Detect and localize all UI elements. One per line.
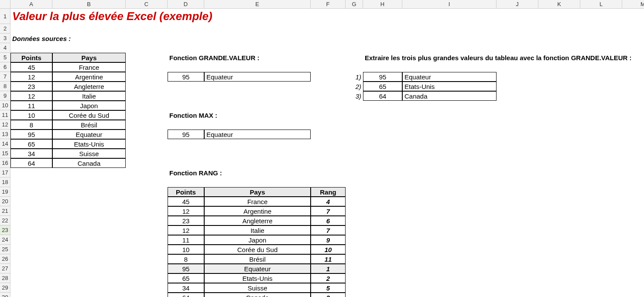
col-header-M[interactable]: M <box>622 0 644 9</box>
rang-header-rang[interactable]: Rang <box>311 187 346 197</box>
col-header-B[interactable]: B <box>52 0 126 9</box>
source-points[interactable]: 10 <box>10 110 52 120</box>
rang-pays[interactable]: Italie <box>204 225 311 235</box>
top3-number[interactable]: 2) <box>346 82 363 91</box>
col-header-C[interactable]: C <box>126 0 168 9</box>
max-name[interactable]: Equateur <box>204 130 311 139</box>
rang-pays[interactable]: Japon <box>204 235 311 245</box>
row-header-8[interactable]: 8 <box>0 82 10 91</box>
grande-label[interactable]: Fonction GRANDE.VALEUR : <box>168 53 346 62</box>
top3-label[interactable]: Extraire les trois plus grandes valeurs … <box>363 53 644 62</box>
rang-pays[interactable]: Angleterre <box>204 216 311 225</box>
row-header-15[interactable]: 15 <box>0 149 10 158</box>
source-points[interactable]: 12 <box>10 91 52 101</box>
source-points[interactable]: 64 <box>10 158 52 168</box>
rang-points[interactable]: 95 <box>168 264 204 273</box>
row-header-12[interactable]: 12 <box>0 120 10 130</box>
max-value[interactable]: 95 <box>168 130 204 139</box>
top3-name[interactable]: Equateur <box>402 72 497 82</box>
rang-rank[interactable]: 4 <box>311 197 346 206</box>
col-header-H[interactable]: H <box>363 0 402 9</box>
col-header-I[interactable]: I <box>402 0 497 9</box>
top3-value[interactable]: 65 <box>363 82 402 91</box>
row-header-16[interactable]: 16 <box>0 158 10 168</box>
rang-pays[interactable]: Corée du Sud <box>204 245 311 254</box>
source-points[interactable]: 12 <box>10 72 52 82</box>
row-header-24[interactable]: 24 <box>0 235 10 245</box>
source-pays[interactable]: Angleterre <box>52 82 126 91</box>
rang-points[interactable]: 12 <box>168 225 204 235</box>
col-header-K[interactable]: K <box>538 0 580 9</box>
source-pays[interactable]: Equateur <box>52 130 126 139</box>
source-header-pays[interactable]: Pays <box>52 53 126 62</box>
source-pays[interactable]: Brésil <box>52 120 126 130</box>
row-header-13[interactable]: 13 <box>0 130 10 139</box>
source-pays[interactable]: Corée du Sud <box>52 110 126 120</box>
rang-rank[interactable]: 10 <box>311 245 346 254</box>
row-header-21[interactable]: 21 <box>0 206 10 216</box>
rang-points[interactable]: 12 <box>168 206 204 216</box>
source-points[interactable]: 11 <box>10 101 52 110</box>
top3-value[interactable]: 64 <box>363 91 402 101</box>
rang-pays[interactable]: Equateur <box>204 264 311 273</box>
row-header-1[interactable]: 1 <box>0 9 10 24</box>
row-header-30[interactable]: 30 <box>0 293 10 297</box>
max-label[interactable]: Fonction MAX : <box>168 110 346 120</box>
source-points[interactable]: 65 <box>10 139 52 149</box>
row-header-29[interactable]: 29 <box>0 283 10 293</box>
rang-points[interactable]: 8 <box>168 254 204 264</box>
row-header-20[interactable]: 20 <box>0 197 10 206</box>
col-header-G[interactable]: G <box>346 0 363 9</box>
rang-points[interactable]: 65 <box>168 273 204 283</box>
rang-points[interactable]: 64 <box>168 293 204 297</box>
source-pays[interactable]: Italie <box>52 91 126 101</box>
row-header-27[interactable]: 27 <box>0 264 10 273</box>
rang-header-points[interactable]: Points <box>168 187 204 197</box>
source-points[interactable]: 34 <box>10 149 52 158</box>
select-all-corner[interactable] <box>0 0 10 9</box>
row-header-23[interactable]: 23 <box>0 225 10 235</box>
source-pays[interactable]: Japon <box>52 101 126 110</box>
rang-rank[interactable]: 11 <box>311 254 346 264</box>
source-points[interactable]: 23 <box>10 82 52 91</box>
source-header-points[interactable]: Points <box>10 53 52 62</box>
rang-points[interactable]: 45 <box>168 197 204 206</box>
rang-pays[interactable]: Etats-Unis <box>204 273 311 283</box>
source-points[interactable]: 95 <box>10 130 52 139</box>
col-header-E[interactable]: E <box>204 0 311 9</box>
col-header-J[interactable]: J <box>497 0 538 9</box>
col-header-D[interactable]: D <box>168 0 204 9</box>
top3-number[interactable]: 1) <box>346 72 363 82</box>
grande-value[interactable]: 95 <box>168 72 204 82</box>
row-header-22[interactable]: 22 <box>0 216 10 225</box>
rang-label[interactable]: Fonction RANG : <box>168 168 346 178</box>
row-header-14[interactable]: 14 <box>0 139 10 149</box>
rang-points[interactable]: 34 <box>168 283 204 293</box>
top3-value[interactable]: 95 <box>363 72 402 82</box>
rang-pays[interactable]: Suisse <box>204 283 311 293</box>
col-header-L[interactable]: L <box>580 0 622 9</box>
rang-rank[interactable]: 2 <box>311 273 346 283</box>
source-pays[interactable]: France <box>52 62 126 72</box>
row-header-25[interactable]: 25 <box>0 245 10 254</box>
row-header-6[interactable]: 6 <box>0 62 10 72</box>
rang-pays[interactable]: Canada <box>204 293 311 297</box>
source-pays[interactable]: Etats-Unis <box>52 139 126 149</box>
sources-label[interactable]: Données sources : <box>10 34 168 43</box>
top3-number[interactable]: 3) <box>346 91 363 101</box>
row-header-5[interactable]: 5 <box>0 53 10 62</box>
row-header-19[interactable]: 19 <box>0 187 10 197</box>
source-pays[interactable]: Suisse <box>52 149 126 158</box>
rang-rank[interactable]: 7 <box>311 206 346 216</box>
source-pays[interactable]: Argentine <box>52 72 126 82</box>
rang-rank[interactable]: 3 <box>311 293 346 297</box>
top3-name[interactable]: Canada <box>402 91 497 101</box>
rang-header-pays[interactable]: Pays <box>204 187 311 197</box>
rang-rank[interactable]: 5 <box>311 283 346 293</box>
rang-points[interactable]: 10 <box>168 245 204 254</box>
page-title[interactable]: Valeur la plus élevée Excel (exemple) <box>10 9 346 24</box>
rang-rank[interactable]: 6 <box>311 216 346 225</box>
rang-points[interactable]: 23 <box>168 216 204 225</box>
rang-points[interactable]: 11 <box>168 235 204 245</box>
rang-pays[interactable]: Brésil <box>204 254 311 264</box>
